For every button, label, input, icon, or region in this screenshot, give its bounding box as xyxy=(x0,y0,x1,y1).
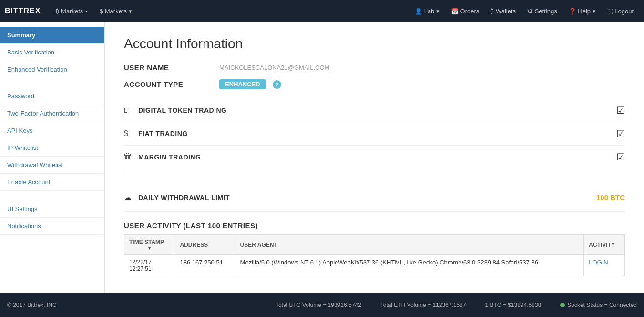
col-address: ADDRESS xyxy=(175,235,235,255)
features-section: ₿ DIGITAL TOKEN TRADING ☑ $ FIAT TRADING… xyxy=(124,99,625,169)
brand-logo: BITTREX xyxy=(5,7,41,15)
username-row: USER NAME MAICKOLESCALONA21@GMAIL.COM xyxy=(124,63,625,72)
account-type-badge: ENHANCED xyxy=(219,79,266,89)
col-user-agent: USER AGENT xyxy=(235,235,584,255)
activity-table: TIME STAMP ▼ ADDRESS USER AGENT ACTIVITY… xyxy=(124,234,625,276)
table-row: 12/22/17 12:27:51 186.167.250.51 Mozilla… xyxy=(124,255,625,276)
dollar-icon: $ xyxy=(124,129,138,138)
nav-btc-markets[interactable]: ₿ Markets ▾ xyxy=(50,8,93,15)
sidebar-item-api-keys[interactable]: API Keys xyxy=(0,122,104,139)
sidebar-item-summary[interactable]: Summary xyxy=(0,27,104,44)
footer-stats: Total BTC Volume = 193916.5742 Total ETH… xyxy=(276,302,541,308)
cell-user-agent: Mozilla/5.0 (Windows NT 6.1) AppleWebKit… xyxy=(235,255,584,276)
footer-eth-volume: Total ETH Volume = 112367.1587 xyxy=(380,302,466,308)
feature-digital-label: DIGITAL TOKEN TRADING xyxy=(138,106,616,114)
sidebar-item-withdrawal-whitelist[interactable]: Withdrawal Whitelist xyxy=(0,157,104,174)
account-type-value: ENHANCED ? xyxy=(219,79,281,89)
account-type-label: ACCOUNT TYPE xyxy=(124,80,219,88)
feature-digital-check: ☑ xyxy=(616,105,625,116)
sidebar-item-ip-whitelist[interactable]: IP Whitelist xyxy=(0,139,104,157)
username-label: USER NAME xyxy=(124,63,219,72)
nav-logout[interactable]: ⬚ Logout xyxy=(602,8,639,15)
feature-margin-check: ☑ xyxy=(616,151,625,163)
activity-login-link[interactable]: LOGIN xyxy=(589,259,608,266)
account-type-help-icon[interactable]: ? xyxy=(273,80,281,89)
feature-fiat-label: FIAT TRADING xyxy=(138,130,616,137)
sidebar-item-basic-verification[interactable]: Basic Verification xyxy=(0,44,104,61)
cell-address: 186.167.250.51 xyxy=(175,255,235,276)
cell-timestamp: 12/22/17 12:27:51 xyxy=(124,255,175,276)
feature-fiat-trading: $ FIAT TRADING ☑ xyxy=(124,122,625,146)
feature-fiat-check: ☑ xyxy=(616,128,625,139)
sidebar-item-ui-settings[interactable]: UI Settings xyxy=(0,201,104,218)
nav-usd-markets[interactable]: $ Markets ▾ xyxy=(94,8,138,15)
feature-margin-label: MARGIN TRADING xyxy=(138,153,616,161)
bank-icon: 🏛 xyxy=(124,153,138,161)
nav-right: 👤 Lab ▾ 📅 Orders ₿ Wallets ⚙ Settings ❓ … xyxy=(409,8,639,15)
footer-copyright: © 2017 Bittrex, INC xyxy=(7,302,57,308)
socket-status-label: Socket Status = Connected xyxy=(567,302,637,308)
sidebar-group-2: Password Two-Factor Authentication API K… xyxy=(0,88,104,191)
nav-settings[interactable]: ⚙ Settings xyxy=(521,8,563,15)
nav-wallets[interactable]: ₿ Wallets xyxy=(485,8,521,15)
nav-orders[interactable]: 📅 Orders xyxy=(445,8,485,15)
socket-status-icon xyxy=(560,303,565,307)
sidebar-item-enable-account[interactable]: Enable Account xyxy=(0,174,104,191)
withdrawal-icon: ☁ xyxy=(124,193,138,202)
col-activity: ACTIVITY xyxy=(584,235,625,255)
bitcoin-icon: ₿ xyxy=(124,106,138,115)
withdrawal-value: 100 BTC xyxy=(596,193,625,201)
sidebar: Summary Basic Verification Enhanced Veri… xyxy=(0,22,105,293)
main-content: Summary Basic Verification Enhanced Veri… xyxy=(0,22,644,293)
cell-activity: LOGIN xyxy=(584,255,625,276)
sort-arrow-icon[interactable]: ▼ xyxy=(129,245,170,251)
col-timestamp: TIME STAMP ▼ xyxy=(124,235,175,255)
withdrawal-label: DAILY WITHDRAWAL LIMIT xyxy=(138,194,596,201)
feature-digital-trading: ₿ DIGITAL TOKEN TRADING ☑ xyxy=(124,99,625,122)
feature-margin-trading: 🏛 MARGIN TRADING ☑ xyxy=(124,146,625,169)
sidebar-item-enhanced-verification[interactable]: Enhanced Verification xyxy=(0,61,104,78)
footer: © 2017 Bittrex, INC Total BTC Volume = 1… xyxy=(0,293,644,317)
sidebar-group-3: UI Settings Notifications xyxy=(0,201,104,235)
username-value: MAICKOLESCALONA21@GMAIL.COM xyxy=(219,64,329,71)
sidebar-group-1: Summary Basic Verification Enhanced Veri… xyxy=(0,27,104,78)
footer-btc-volume: Total BTC Volume = 193916.5742 xyxy=(276,302,361,308)
nav-help[interactable]: ❓ Help ▾ xyxy=(563,8,602,15)
sidebar-item-notifications[interactable]: Notifications xyxy=(0,218,104,235)
footer-socket: Socket Status = Connected xyxy=(560,302,637,308)
activity-title: USER ACTIVITY (LAST 100 ENTRIES) xyxy=(124,222,625,230)
navbar: BITTREX ₿ Markets ▾ $ Markets ▾ 👤 Lab ▾ … xyxy=(0,0,644,22)
sidebar-item-password[interactable]: Password xyxy=(0,88,104,105)
page-title: Account Information xyxy=(124,36,625,52)
withdrawal-row: ☁ DAILY WITHDRAWAL LIMIT 100 BTC xyxy=(124,183,625,212)
sidebar-item-2fa[interactable]: Two-Factor Authentication xyxy=(0,105,104,122)
account-type-row: ACCOUNT TYPE ENHANCED ? xyxy=(124,79,625,89)
nav-lab[interactable]: 👤 Lab ▾ xyxy=(409,8,445,15)
footer-btc-price: 1 BTC = $13894.5838 xyxy=(485,302,541,308)
page-content: Account Information USER NAME MAICKOLESC… xyxy=(105,22,644,293)
